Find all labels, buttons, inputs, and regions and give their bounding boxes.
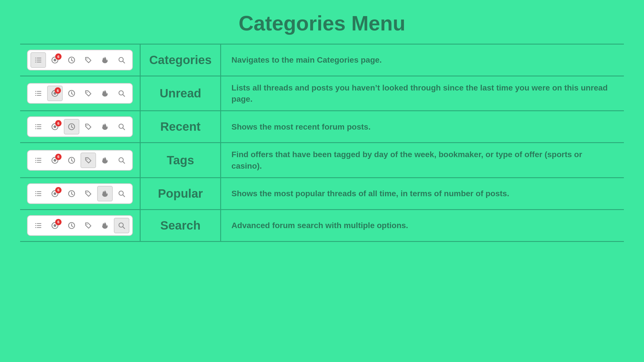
tag-icon[interactable] [80,186,96,201]
svg-rect-59 [37,193,41,194]
badge-count: 6 [55,120,62,126]
row-name-recent: Recent [160,120,201,133]
widget-bar: 6 [27,50,133,70]
fire-icon[interactable] [97,86,113,101]
search-icon[interactable] [114,153,129,168]
svg-rect-56 [35,191,37,192]
tag-icon[interactable] [80,218,96,233]
cell-desc-recent: Shows the most recent forum posts. [221,111,624,143]
cell-name-search[interactable]: Search [140,209,221,241]
svg-rect-47 [37,162,41,162]
fire-icon[interactable] [97,218,113,233]
fire-icon[interactable] [97,153,113,168]
unread-icon[interactable]: 6 [47,52,63,68]
search-icon[interactable] [114,86,129,101]
list-icon[interactable] [30,52,46,68]
unread-icon[interactable]: 6 [47,218,63,233]
clock-icon[interactable] [64,153,79,168]
list-icon[interactable] [30,86,46,101]
svg-rect-32 [35,128,37,129]
clock-icon[interactable] [64,218,79,233]
svg-point-39 [87,125,88,126]
svg-line-27 [123,95,124,96]
svg-line-24 [72,94,73,94]
svg-point-63 [53,192,56,195]
list-icon[interactable] [30,218,46,233]
svg-line-10 [72,60,73,61]
svg-rect-31 [37,126,41,127]
row-tags: 6TagsFind offers that have been tagged b… [20,143,624,178]
cell-widget-categories: 6 [20,44,140,76]
svg-rect-17 [37,93,41,94]
svg-rect-72 [35,225,37,226]
svg-point-77 [53,224,56,227]
tag-icon[interactable] [80,153,96,168]
svg-line-69 [123,195,124,197]
svg-line-83 [123,227,124,228]
svg-point-49 [53,159,56,161]
svg-rect-57 [37,191,41,192]
cell-desc-categories: Navigates to the main Categories page. [221,44,624,76]
badge-count: 6 [55,154,62,160]
svg-rect-15 [37,91,41,92]
page-title: Categories Menu [239,0,405,44]
cell-name-popular[interactable]: Popular [140,178,221,209]
svg-rect-14 [35,91,37,92]
unread-icon[interactable]: 6 [47,119,63,134]
cell-name-recent[interactable]: Recent [140,111,221,143]
row-name-unread: Unread [160,86,201,100]
svg-rect-61 [37,195,41,196]
clock-icon[interactable] [64,119,79,134]
row-name-search: Search [160,219,200,232]
fire-icon[interactable] [97,119,113,134]
cell-widget-recent: 6 [20,111,140,143]
badge-count: 6 [55,53,62,60]
svg-point-67 [87,192,88,193]
clock-icon[interactable] [64,52,79,68]
clock-icon[interactable] [64,86,79,101]
cell-widget-popular: 6 [20,178,140,209]
unread-icon[interactable]: 6 [47,153,63,168]
svg-point-53 [87,159,88,160]
svg-rect-30 [35,126,37,127]
widget-bar: 6 [27,215,133,236]
svg-rect-70 [35,223,37,224]
tag-icon[interactable] [80,52,96,68]
list-icon[interactable] [30,119,46,134]
search-icon[interactable] [114,119,129,134]
tag-icon[interactable] [80,86,96,101]
svg-rect-60 [35,195,37,196]
row-name-popular: Popular [158,187,203,200]
search-icon[interactable] [114,186,129,201]
cell-name-tags[interactable]: Tags [140,143,221,178]
cell-widget-unread: 6 [20,76,140,111]
unread-icon[interactable]: 6 [47,186,63,201]
svg-rect-2 [35,60,37,60]
svg-rect-19 [37,95,41,96]
svg-line-52 [72,161,73,161]
svg-line-55 [123,161,124,163]
search-icon[interactable] [114,218,129,233]
clock-icon[interactable] [64,186,79,201]
list-icon[interactable] [30,153,46,168]
cell-name-categories[interactable]: Categories [140,44,221,76]
svg-rect-46 [35,162,37,162]
fire-icon[interactable] [97,186,113,201]
row-recent: 6RecentShows the most recent forum posts… [20,111,624,143]
cell-name-unread[interactable]: Unread [140,76,221,111]
list-icon[interactable] [30,186,46,201]
unread-icon[interactable]: 6 [47,86,63,101]
cell-desc-tags: Find offers that have been tagged by day… [221,143,624,178]
row-desc-search: Advanced forum search with multiple opti… [231,221,408,230]
search-icon[interactable] [114,52,129,68]
svg-rect-29 [37,124,41,125]
row-categories: 6CategoriesNavigates to the main Categor… [20,44,624,76]
row-desc-tags: Find offers that have been tagged by day… [231,150,582,170]
svg-rect-42 [35,158,37,158]
svg-point-11 [87,58,88,59]
svg-rect-58 [35,193,37,194]
tag-icon[interactable] [80,119,96,134]
fire-icon[interactable] [97,52,113,68]
svg-line-13 [123,61,124,63]
svg-rect-3 [37,60,41,60]
